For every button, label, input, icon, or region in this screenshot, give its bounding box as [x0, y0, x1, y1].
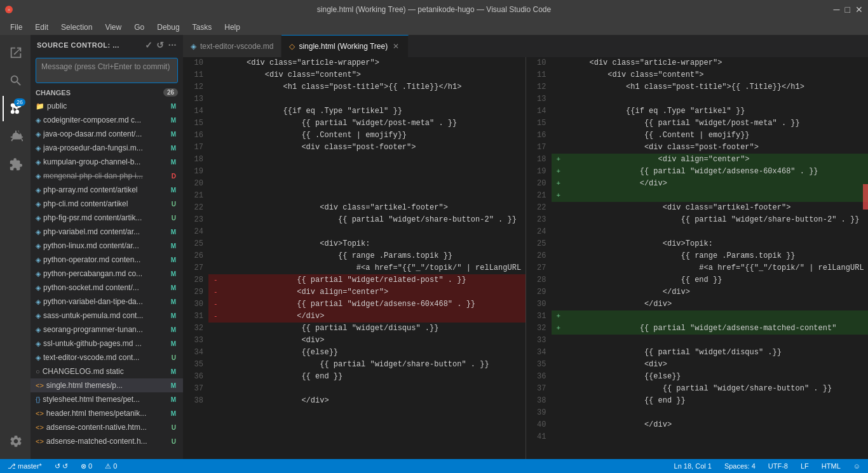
line-number: 20: [188, 178, 203, 190]
menu-go[interactable]: Go: [129, 22, 149, 33]
file-list-item[interactable]: ◈java-oop-dasar.md content/...M: [31, 127, 183, 141]
file-list-item[interactable]: ◈python-operator.md conten...M: [31, 253, 183, 267]
file-list-item[interactable]: ◈text-editor-vscode.md cont...U: [31, 350, 183, 364]
file-name: php-variabel.md content/ar...: [43, 227, 166, 236]
file-list-item[interactable]: ◈php-array.md content/artikelM: [31, 183, 183, 197]
file-list-item[interactable]: ◈codeigniter-composer.md c...M: [31, 113, 183, 127]
maximize-icon[interactable]: □: [845, 4, 850, 15]
status-language[interactable]: HTML: [819, 459, 843, 473]
code-line: <div>: [552, 359, 869, 371]
close-icon[interactable]: ✕: [855, 4, 863, 15]
sidebar-header: SOURCE CONTROL: ... ✓ ↺ ···: [31, 35, 183, 55]
search-activity-icon[interactable]: [3, 68, 28, 93]
status-spaces[interactable]: Spaces: 4: [722, 459, 758, 473]
code-line: <div>: [208, 335, 526, 347]
left-code-scroll[interactable]: 1011121314151617181920212223242526272829…: [183, 57, 526, 459]
menu-debug[interactable]: Debug: [152, 22, 184, 33]
line-number: 37: [531, 383, 546, 395]
file-list-item[interactable]: <>adsense-content-native.htm...U: [31, 420, 183, 434]
file-icon: ◈: [36, 200, 41, 208]
file-list-item[interactable]: 📁publicM: [31, 99, 183, 113]
explorer-activity-icon[interactable]: [3, 40, 28, 65]
commit-message-input[interactable]: Message (press Ctrl+Enter to commit): [36, 58, 178, 83]
file-name: ssl-untuk-github-pages.md ...: [43, 339, 166, 348]
line-number: 34: [531, 347, 546, 359]
code-text: {{ .Content | emojify}}: [228, 130, 407, 142]
code-line: <div class="article-wrapper">: [552, 57, 869, 69]
file-list-item[interactable]: ◈java-prosedur-dan-fungsi.m...M: [31, 141, 183, 155]
line-number: 41: [531, 431, 546, 443]
line-number: 13: [531, 93, 546, 105]
code-text: <div>: [571, 359, 667, 371]
tab-text-editor[interactable]: ◈ text-editor-vscode.md: [183, 35, 281, 57]
file-list-item[interactable]: ◈php-cli.md content/artikelU: [31, 197, 183, 211]
code-text: {{ range .Params.topik }}: [228, 250, 452, 262]
code-line: {{ range .Params.topik }}: [208, 250, 526, 262]
settings-activity-icon[interactable]: [3, 429, 28, 454]
right-code-lines: <div class="article-wrapper"> <div class…: [552, 57, 869, 459]
menu-file[interactable]: File: [5, 22, 27, 33]
file-list-item[interactable]: ◈python-socket.md content/...M: [31, 281, 183, 295]
extensions-activity-icon[interactable]: [3, 152, 28, 177]
tab-close-button[interactable]: ✕: [391, 41, 400, 52]
more-icon[interactable]: ···: [168, 40, 177, 50]
file-list-item[interactable]: {}stylesheet.html themes/pet...M: [31, 392, 183, 406]
left-line-numbers: 1011121314151617181920212223242526272829…: [183, 57, 208, 459]
file-list-item[interactable]: ◈kumpulan-group-channel-b...M: [31, 155, 183, 169]
tab-single-html[interactable]: ◇ single.html (Working Tree) ✕: [281, 35, 409, 57]
menu-help[interactable]: Help: [219, 22, 245, 33]
status-position[interactable]: Ln 18, Col 1: [672, 459, 714, 473]
line-number: 11: [531, 69, 546, 81]
file-list-item[interactable]: ◈php-variabel.md content/ar...M: [31, 225, 183, 239]
spaces-text: Spaces: 4: [724, 462, 756, 470]
file-list-item[interactable]: <>single.html themes/p...M: [31, 378, 183, 392]
line-number: 14: [188, 105, 203, 117]
file-list-item[interactable]: ◈php-fig-psr.md content/artik...U: [31, 211, 183, 225]
window-controls[interactable]: ×: [5, 6, 13, 13]
file-list-item[interactable]: ◈python-linux.md content/ar...M: [31, 239, 183, 253]
line-number: 38: [531, 395, 546, 407]
code-line: {{ partial "widget/share-button-2" . }}: [208, 214, 526, 226]
status-line-ending[interactable]: LF: [798, 459, 811, 473]
status-errors[interactable]: ⊗ 0: [78, 459, 95, 473]
code-text: {{ end }}: [571, 274, 722, 286]
status-encoding[interactable]: UTF-8: [766, 459, 790, 473]
debug-activity-icon[interactable]: [3, 124, 28, 149]
file-list-item[interactable]: ◈python-variabel-dan-tipe-da...M: [31, 295, 183, 309]
file-list-item[interactable]: ◈ssl-untuk-github-pages.md ...M: [31, 336, 183, 350]
file-list-item[interactable]: ○CHANGELOG.md staticM: [31, 364, 183, 378]
minimize-icon[interactable]: ─: [834, 4, 840, 15]
right-code-scroll[interactable]: 1011121314151617181920212223242526272829…: [526, 57, 869, 459]
status-sync[interactable]: ↺ ↺: [52, 459, 71, 473]
line-number: 36: [188, 371, 203, 383]
file-list-item[interactable]: ◈mengenal-php-cli-dan-php-i...D: [31, 169, 183, 183]
file-badge: M: [169, 131, 178, 138]
file-list-item[interactable]: ◈seorang-programmer-tunan...M: [31, 323, 183, 336]
file-list-item[interactable]: <>adsense-matched-content.h...U: [31, 434, 183, 448]
code-line: - <div align="center">: [208, 286, 526, 298]
file-badge: M: [169, 298, 178, 305]
file-name: python-operator.md conten...: [43, 255, 166, 264]
menu-selection[interactable]: Selection: [56, 22, 97, 33]
file-badge: U: [170, 215, 178, 222]
line-number: 30: [188, 298, 203, 310]
code-text: <div align="center">: [224, 286, 388, 298]
file-badge: M: [169, 117, 178, 124]
code-text: {{ partial "widget/adsense-60x468" . }}: [224, 298, 475, 310]
menu-tasks[interactable]: Tasks: [187, 22, 217, 33]
status-warnings[interactable]: ⚠ 0: [102, 459, 119, 473]
source-control-activity-icon[interactable]: 26: [3, 96, 28, 121]
file-list-item[interactable]: ◈python-percabangan.md co...M: [31, 267, 183, 281]
file-list-item[interactable]: <>header.html themes/petanik...M: [31, 406, 183, 420]
code-line: </div>: [552, 298, 869, 310]
menu-view[interactable]: View: [100, 22, 126, 33]
status-feedback[interactable]: ☺: [851, 459, 863, 473]
file-list-item[interactable]: ◈sass-untuk-pemula.md cont...M: [31, 309, 183, 323]
status-branch[interactable]: ⎇ master*: [5, 459, 44, 473]
close-button[interactable]: ×: [5, 6, 13, 13]
refresh-icon[interactable]: ↺: [156, 40, 165, 50]
menu-edit[interactable]: Edit: [30, 22, 53, 33]
checkmark-icon[interactable]: ✓: [145, 40, 153, 50]
code-line: <h1 class="post-title">{{ .Title}}</h1>: [552, 81, 869, 93]
changes-label: CHANGES: [36, 89, 71, 97]
